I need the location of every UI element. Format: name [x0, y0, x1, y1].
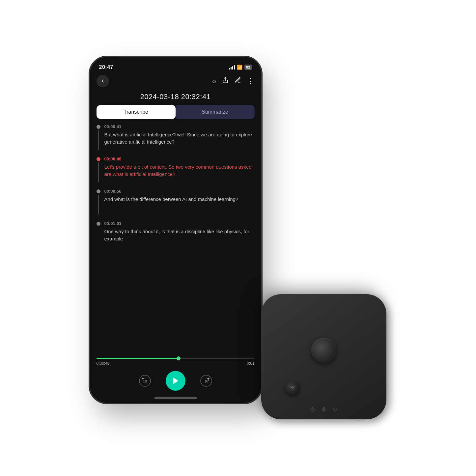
transcript-timestamp-4: 00:01:01	[104, 221, 255, 226]
timeline-col-4	[97, 221, 100, 243]
home-indicator	[154, 397, 197, 399]
timeline-dot-2	[97, 157, 100, 161]
progress-fill	[97, 358, 179, 359]
device-body	[261, 294, 386, 419]
forward-icon: 10	[200, 375, 212, 387]
phone-notch	[156, 61, 195, 72]
rewind-icon: 10	[139, 375, 151, 387]
share-icon[interactable]	[222, 77, 229, 85]
transcript-text-col-1: 00:00:41 But what is artificial Intellig…	[104, 124, 261, 150]
transcript-content: 00:00:41 But what is artificial Intellig…	[90, 124, 261, 355]
timeline-col-2	[97, 156, 100, 182]
transcript-text-4: One way to think about it, is that is a …	[104, 228, 255, 243]
svg-text:10: 10	[143, 379, 147, 383]
play-button[interactable]	[166, 371, 185, 391]
current-time: 0:00:48	[97, 361, 110, 366]
transcript-text-col-4: 00:01:01 One way to think about it, is t…	[104, 221, 261, 243]
scene: 20:47 📶 82	[90, 57, 386, 419]
hardware-wifi-button[interactable]	[285, 380, 300, 396]
nav-bar: ⌕ ⋮	[90, 72, 261, 90]
hardware-wifi-icon	[289, 385, 296, 391]
playback-controls: 10 10	[90, 367, 261, 397]
transcript-text-col-3: 00:00:56 And what is the difference betw…	[104, 189, 261, 214]
nav-actions: ⌕ ⋮	[212, 77, 255, 85]
back-arrow-icon	[100, 78, 105, 84]
timeline-dot-4	[97, 222, 100, 226]
transcript-text-col-2: 00:00:48 Let's provide a bit of context.…	[104, 156, 261, 182]
tabs-container: Transcribe Summarize	[97, 105, 255, 119]
play-icon	[171, 376, 180, 385]
transcript-timestamp-3: 00:00:56	[104, 189, 255, 194]
transcript-item-1: 00:00:41 But what is artificial Intellig…	[97, 124, 261, 150]
phone-screen: 20:47 📶 82	[90, 57, 261, 403]
edit-icon[interactable]	[235, 77, 241, 85]
timeline-line-2	[98, 162, 99, 182]
progress-area: 0:00:48 0:01	[90, 355, 261, 367]
phone: 20:47 📶 82	[90, 57, 261, 403]
progress-dot	[177, 356, 181, 360]
status-time: 20:47	[99, 64, 113, 70]
more-icon[interactable]: ⋮	[247, 77, 255, 85]
svg-rect-9	[323, 407, 324, 410]
svg-marker-4	[173, 377, 178, 384]
forward-button[interactable]: 10	[199, 373, 214, 388]
transcript-text-1: But what is artificial Intelligence? wel…	[104, 131, 255, 146]
tab-transcribe[interactable]: Transcribe	[97, 105, 176, 119]
timeline-line-1	[98, 130, 99, 150]
progress-bar[interactable]	[97, 358, 255, 359]
hardware-power-icon	[310, 407, 315, 412]
svg-marker-3	[142, 378, 143, 379]
wifi-icon: 📶	[237, 65, 242, 70]
tab-summarize[interactable]: Summarize	[176, 105, 255, 119]
rewind-button[interactable]: 10	[137, 373, 153, 388]
total-time: 0:01	[247, 361, 254, 366]
transcript-item-4: 00:01:01 One way to think about it, is t…	[97, 221, 261, 243]
svg-marker-7	[208, 378, 210, 379]
timeline-line-3	[98, 195, 99, 214]
timeline-dot-3	[97, 189, 100, 193]
hardware-status-bar	[310, 407, 338, 412]
hardware-main-button[interactable]	[311, 338, 336, 363]
timeline-col-1	[97, 124, 100, 150]
transcript-item-3: 00:00:56 And what is the difference betw…	[97, 189, 261, 214]
timeline-dot-1	[97, 125, 100, 129]
progress-times: 0:00:48 0:01	[97, 361, 255, 366]
transcript-timestamp-2: 00:00:48	[104, 156, 255, 161]
battery-icon: 82	[244, 65, 252, 70]
svg-text:10: 10	[204, 379, 208, 383]
search-icon[interactable]: ⌕	[212, 77, 216, 85]
transcript-timestamp-1: 00:00:41	[104, 124, 255, 129]
hardware-device	[261, 294, 386, 419]
status-icons: 📶 82	[229, 65, 252, 70]
battery-level: 82	[246, 65, 250, 69]
signal-icon	[229, 65, 235, 70]
timeline-col-3	[97, 189, 100, 214]
back-button[interactable]	[97, 75, 109, 87]
hardware-mic-icon	[321, 407, 326, 412]
transcript-text-3: And what is the difference between AI an…	[104, 196, 255, 203]
hardware-signal-icon	[332, 407, 338, 412]
recording-title: 2024-03-18 20:32:41	[90, 90, 261, 105]
transcript-text-2: Let's provide a bit of context. So two v…	[104, 163, 255, 178]
transcript-item-2: 00:00:48 Let's provide a bit of context.…	[97, 156, 261, 182]
